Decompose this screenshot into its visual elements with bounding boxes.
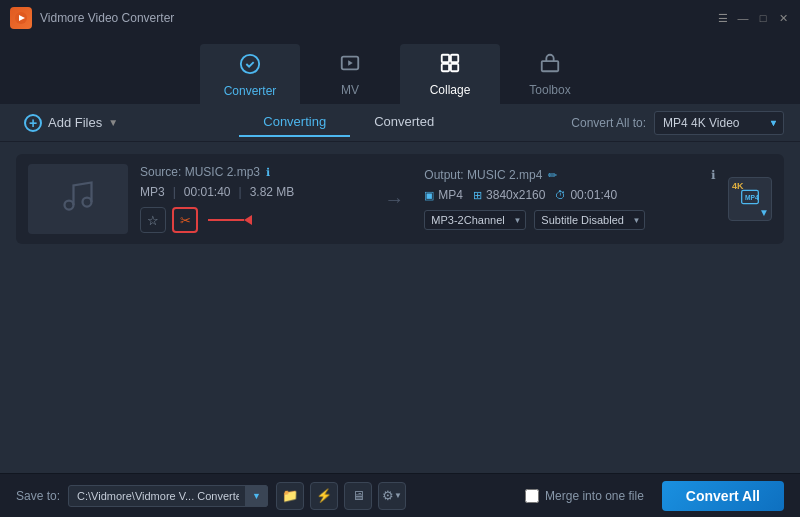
settings-arrow-icon: ▼ [394, 491, 402, 500]
convert-tabs: Converting Converted [126, 108, 571, 137]
svg-rect-7 [451, 63, 458, 70]
save-path-input[interactable] [68, 485, 268, 507]
title-bar-controls: ☰ — □ ✕ [716, 11, 790, 25]
output-format: MP4 [438, 188, 463, 202]
converter-label: Converter [224, 84, 277, 98]
file-thumbnail [28, 164, 128, 234]
output-label: Output: MUSIC 2.mp4 ✏ ℹ [424, 168, 716, 182]
output-duration: 00:01:40 [570, 188, 617, 202]
main-content: Source: MUSIC 2.mp3 ℹ MP3 | 00:01:40 | 3… [0, 142, 800, 473]
convert-all-section: Convert All to: MP4 4K Video MP4 HD Vide… [571, 111, 784, 135]
output-file-info: Output: MUSIC 2.mp4 ✏ ℹ ▣ MP4 ⊞ 3840x216… [424, 168, 716, 230]
app-logo [10, 7, 32, 29]
subtitle-select[interactable]: Subtitle Disabled Add Subtitle [534, 210, 645, 230]
add-files-plus-icon: + [24, 114, 42, 132]
clock-icon: ⏱ [555, 189, 566, 201]
collage-label: Collage [430, 83, 471, 97]
music-note-icon [60, 178, 96, 221]
output-info-icon[interactable]: ℹ [711, 168, 716, 182]
svg-text:MP4: MP4 [745, 194, 759, 201]
minimize-button[interactable]: — [736, 11, 750, 25]
output-format-item: ▣ MP4 [424, 188, 463, 202]
mv-label: MV [341, 83, 359, 97]
add-files-section: + Add Files ▼ [16, 110, 126, 136]
add-files-arrow-icon: ▼ [108, 117, 118, 128]
arrow-right-icon: → [384, 188, 404, 211]
format-badge: 4K MP4 ▼ [728, 177, 772, 221]
lightning-button[interactable]: ⚡ [310, 482, 338, 510]
output-selects: MP3-2Channel AAC-2Channel Subtitle Disab… [424, 210, 716, 230]
lightning-icon: ⚡ [316, 488, 332, 503]
input-file-info: Source: MUSIC 2.mp3 ℹ MP3 | 00:01:40 | 3… [140, 165, 364, 233]
output-resolution: 3840x2160 [486, 188, 545, 202]
svg-rect-5 [451, 54, 458, 61]
toolbox-icon [539, 52, 561, 79]
red-arrow-annotation [208, 215, 252, 225]
video-icon: ▣ [424, 189, 434, 202]
merge-section: Merge into one file Convert All [525, 481, 784, 511]
folder-button[interactable]: 📁 [276, 482, 304, 510]
display-button[interactable]: 🖥 [344, 482, 372, 510]
badge-4k-label: 4K [732, 181, 744, 191]
file-format: MP3 [140, 185, 165, 199]
output-duration-item: ⏱ 00:01:40 [555, 188, 617, 202]
info-icon[interactable]: ℹ [266, 166, 270, 179]
source-label: Source: MUSIC 2.mp3 ℹ [140, 165, 364, 179]
resolution-icon: ⊞ [473, 189, 482, 202]
svg-point-2 [241, 54, 259, 72]
output-resolution-item: ⊞ 3840x2160 [473, 188, 545, 202]
app-title: Vidmore Video Converter [40, 11, 174, 25]
settings-icon[interactable]: ☰ [716, 11, 730, 25]
merge-checkbox[interactable] [525, 489, 539, 503]
bottom-icons: 📁 ⚡ 🖥 ⚙ ▼ [276, 482, 406, 510]
bottom-bar: Save to: ▼ 📁 ⚡ 🖥 ⚙ ▼ Merge into one file… [0, 473, 800, 517]
badge-dropdown-arrow-icon[interactable]: ▼ [759, 207, 769, 218]
convert-all-button[interactable]: Convert All [662, 481, 784, 511]
svg-point-9 [65, 200, 74, 209]
svg-rect-4 [442, 54, 449, 61]
scissors-button[interactable]: ✂ [172, 207, 198, 233]
folder-icon: 📁 [282, 488, 298, 503]
add-files-button[interactable]: + Add Files ▼ [16, 110, 126, 136]
star-button[interactable]: ☆ [140, 207, 166, 233]
svg-rect-6 [442, 63, 449, 70]
subtitle-wrap: Subtitle Disabled Add Subtitle [534, 210, 645, 230]
audio-channel-select[interactable]: MP3-2Channel AAC-2Channel [424, 210, 526, 230]
sub-header: + Add Files ▼ Converting Converted Conve… [0, 104, 800, 142]
output-meta: ▣ MP4 ⊞ 3840x2160 ⏱ 00:01:40 [424, 188, 716, 202]
format-select[interactable]: MP4 4K Video MP4 HD Video MP4 Video MKV … [654, 111, 784, 135]
tab-toolbox[interactable]: Toolbox [500, 44, 600, 104]
red-line [208, 219, 244, 221]
save-path-wrap: ▼ [68, 485, 268, 507]
save-to-label: Save to: [16, 489, 60, 503]
title-bar: Vidmore Video Converter ☰ — □ ✕ [0, 0, 800, 36]
maximize-button[interactable]: □ [756, 11, 770, 25]
converter-icon [239, 53, 261, 80]
collage-icon [439, 52, 461, 79]
settings-button[interactable]: ⚙ ▼ [378, 482, 406, 510]
format-select-wrap: MP4 4K Video MP4 HD Video MP4 Video MKV … [654, 111, 784, 135]
file-meta: MP3 | 00:01:40 | 3.82 MB [140, 185, 364, 199]
svg-point-10 [83, 197, 92, 206]
red-arrowhead-icon [244, 215, 252, 225]
nav-tabs: Converter MV Collage [0, 36, 800, 104]
close-button[interactable]: ✕ [776, 11, 790, 25]
file-actions: ☆ ✂ [140, 207, 364, 233]
star-icon: ☆ [147, 213, 159, 228]
title-bar-left: Vidmore Video Converter [10, 7, 174, 29]
edit-icon[interactable]: ✏ [548, 169, 557, 182]
file-item: Source: MUSIC 2.mp3 ℹ MP3 | 00:01:40 | 3… [16, 154, 784, 244]
tab-collage[interactable]: Collage [400, 44, 500, 104]
mv-icon [339, 52, 361, 79]
toolbox-label: Toolbox [529, 83, 570, 97]
convert-all-to-label: Convert All to: [571, 116, 646, 130]
converting-tab[interactable]: Converting [239, 108, 350, 137]
tab-converter[interactable]: Converter [200, 44, 300, 104]
audio-channel-wrap: MP3-2Channel AAC-2Channel [424, 210, 526, 230]
display-icon: 🖥 [352, 488, 365, 503]
tab-mv[interactable]: MV [300, 44, 400, 104]
svg-rect-8 [542, 61, 559, 71]
file-size: 3.82 MB [250, 185, 295, 199]
save-path-dropdown-arrow-icon[interactable]: ▼ [245, 485, 268, 507]
converted-tab[interactable]: Converted [350, 108, 458, 137]
